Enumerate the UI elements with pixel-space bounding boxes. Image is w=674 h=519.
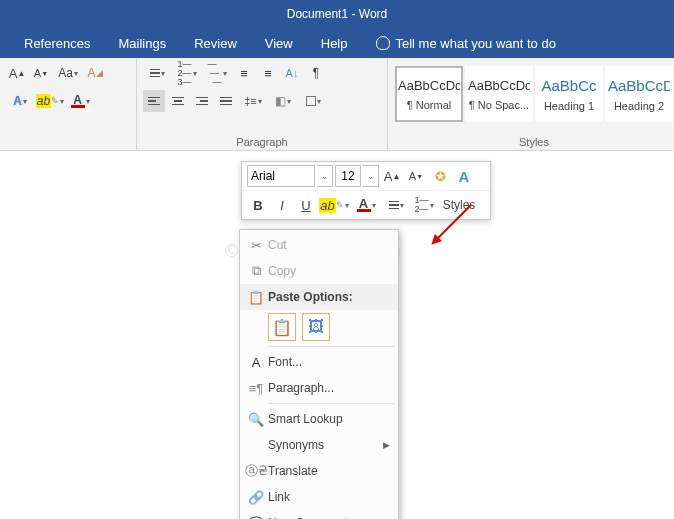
- menu-bar: References Mailings Review View Help Tel…: [0, 28, 674, 58]
- submenu-arrow-icon: ▶: [383, 440, 390, 450]
- context-paragraph[interactable]: ≡¶ Paragraph...: [240, 375, 398, 401]
- styles-group-label: Styles: [394, 134, 674, 150]
- decrease-indent-button[interactable]: ≡: [233, 62, 255, 84]
- mini-highlight-button[interactable]: ab✎▾: [319, 194, 349, 216]
- context-paste-header: 📋 Paste Options:: [240, 284, 398, 310]
- style-no-spacing[interactable]: AaBbCcDd¶ No Spac...: [465, 66, 533, 122]
- mini-size-dropdown[interactable]: ⌄: [363, 165, 379, 187]
- menu-references[interactable]: References: [10, 28, 104, 58]
- link-icon: 🔗: [244, 490, 268, 505]
- title-bar: Document1 - Word: [0, 0, 674, 28]
- mini-styles-button[interactable]: A: [453, 165, 475, 187]
- context-synonyms[interactable]: Synonyms ▶: [240, 432, 398, 458]
- tell-me-search[interactable]: Tell me what you want to do: [362, 28, 570, 58]
- mini-size-select[interactable]: 12: [335, 165, 361, 187]
- numbering-button[interactable]: 1—2—3—▾: [173, 62, 201, 84]
- mini-italic-button[interactable]: I: [271, 194, 293, 216]
- clipboard-brush-icon: 📋: [272, 318, 292, 337]
- tell-me-label: Tell me what you want to do: [396, 36, 556, 51]
- font-group-label: [6, 134, 130, 150]
- font-group: A▲ A▼ Aa▾ A◢ A▾ ab✎▾ A▾: [0, 58, 137, 150]
- menu-view[interactable]: View: [251, 28, 307, 58]
- paragraph-group-label: Paragraph: [143, 134, 381, 150]
- shading-button[interactable]: ◧▾: [269, 90, 297, 112]
- mini-bold-button[interactable]: B: [247, 194, 269, 216]
- context-link[interactable]: 🔗 Link: [240, 484, 398, 510]
- menu-mailings[interactable]: Mailings: [104, 28, 180, 58]
- text-effects-button[interactable]: A▾: [6, 90, 34, 112]
- shrink-font-button[interactable]: A▼: [30, 62, 52, 84]
- mini-font-select[interactable]: Arial: [247, 165, 315, 187]
- comment-icon: 💬: [244, 516, 268, 520]
- paste-keep-formatting[interactable]: 📋: [268, 313, 296, 341]
- show-marks-button[interactable]: ¶: [305, 62, 327, 84]
- mini-bullets-button[interactable]: ▾: [383, 194, 409, 216]
- styles-gallery[interactable]: AaBbCcDd¶ Normal AaBbCcDd¶ No Spac... Aa…: [394, 62, 674, 122]
- sort-button[interactable]: A↓: [281, 62, 303, 84]
- styles-group: AaBbCcDd¶ Normal AaBbCcDd¶ No Spac... Aa…: [388, 58, 674, 150]
- paste-icon: 📋: [244, 290, 268, 305]
- style-heading-2[interactable]: AaBbCcDHeading 2: [605, 66, 673, 122]
- context-cut: ✂ Cut: [240, 232, 398, 258]
- paragraph-icon: ≡¶: [244, 381, 268, 396]
- mini-underline-button[interactable]: U: [295, 194, 317, 216]
- increase-indent-button[interactable]: ≡: [257, 62, 279, 84]
- multilevel-list-button[interactable]: — — —▾: [203, 62, 231, 84]
- lightbulb-icon: [376, 36, 390, 50]
- context-menu: ✂ Cut ⧉ Copy 📋 Paste Options: 📋 🖼 A Font…: [239, 229, 399, 519]
- mini-grow-font-button[interactable]: A▲: [381, 165, 403, 187]
- style-heading-1[interactable]: AaBbCcHeading 1: [535, 66, 603, 122]
- mini-numbering-button[interactable]: 1—2—▾: [411, 194, 437, 216]
- context-font[interactable]: A Font...: [240, 349, 398, 375]
- clipboard-picture-icon: 🖼: [308, 318, 324, 336]
- translate-icon: ⓐ₴: [244, 462, 268, 480]
- mini-shrink-font-button[interactable]: A▼: [405, 165, 427, 187]
- cut-icon: ✂: [244, 238, 268, 253]
- paste-picture[interactable]: 🖼: [302, 313, 330, 341]
- mini-toolbar: Arial ⌄ 12 ⌄ A▲ A▼ ✪ A B I U ab✎▾ A▾ ▾ 1…: [241, 161, 491, 220]
- ribbon: A▲ A▼ Aa▾ A◢ A▾ ab✎▾ A▾ ▾ 1—2—3—▾ — — —▾…: [0, 58, 674, 151]
- borders-button[interactable]: ▾: [299, 90, 327, 112]
- context-translate[interactable]: ⓐ₴ Translate: [240, 458, 398, 484]
- context-smart-lookup[interactable]: 🔍 Smart Lookup: [240, 406, 398, 432]
- grow-font-button[interactable]: A▲: [6, 62, 28, 84]
- align-right-button[interactable]: [191, 90, 213, 112]
- font-color-button[interactable]: A▾: [66, 90, 94, 112]
- context-new-comment[interactable]: 💬 New Comment: [240, 510, 398, 519]
- document-canvas[interactable]: ©TheGeekPage.com Arial ⌄ 12 ⌄ A▲ A▼ ✪ A …: [0, 151, 674, 519]
- mini-font-dropdown[interactable]: ⌄: [317, 165, 333, 187]
- menu-help[interactable]: Help: [307, 28, 362, 58]
- justify-button[interactable]: [215, 90, 237, 112]
- mini-format-painter-button[interactable]: ✪: [429, 165, 451, 187]
- bullets-button[interactable]: ▾: [143, 62, 171, 84]
- align-left-button[interactable]: [143, 90, 165, 112]
- clear-formatting-button[interactable]: A◢: [84, 62, 106, 84]
- mini-styles-label[interactable]: Styles: [439, 194, 479, 216]
- font-icon: A: [244, 355, 268, 370]
- search-icon: 🔍: [244, 412, 268, 427]
- paragraph-group: ▾ 1—2—3—▾ — — —▾ ≡ ≡ A↓ ¶ ‡≡▾ ◧▾ ▾ Parag…: [137, 58, 388, 150]
- menu-review[interactable]: Review: [180, 28, 251, 58]
- separator: [268, 403, 394, 404]
- line-spacing-button[interactable]: ‡≡▾: [239, 90, 267, 112]
- align-center-button[interactable]: [167, 90, 189, 112]
- highlight-button[interactable]: ab✎▾: [36, 90, 64, 112]
- style-normal[interactable]: AaBbCcDd¶ Normal: [395, 66, 463, 122]
- copy-icon: ⧉: [244, 263, 268, 279]
- change-case-button[interactable]: Aa▾: [54, 62, 82, 84]
- window-title: Document1 - Word: [287, 7, 387, 21]
- context-copy: ⧉ Copy: [240, 258, 398, 284]
- mini-font-color-button[interactable]: A▾: [351, 194, 381, 216]
- separator: [268, 346, 394, 347]
